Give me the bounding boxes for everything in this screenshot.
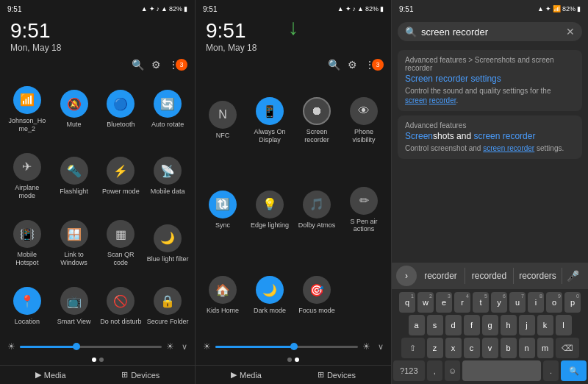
expand-icon-mid[interactable]: ∨: [378, 342, 384, 352]
tile-phonevis[interactable]: 👁 Phone visibility: [341, 77, 387, 165]
tile-mobiledata[interactable]: 📡 Mobile data: [145, 143, 190, 209]
key-c[interactable]: c: [464, 338, 480, 358]
tile-smartview[interactable]: 📺 Smart View: [51, 278, 97, 335]
keyboard-row-3: ⇧ z x c v b n m ⌫: [393, 338, 587, 358]
tile-location[interactable]: 📍 Location: [4, 278, 50, 335]
tile-windows[interactable]: 🪟 Link to Windows: [51, 210, 97, 276]
tile-nfc[interactable]: N NFC: [200, 77, 245, 165]
key-w[interactable]: w2: [417, 292, 434, 313]
media-button-left[interactable]: ▶ Media: [35, 370, 66, 380]
tile-airplane[interactable]: ✈ Airplane mode: [4, 143, 50, 209]
settings-icon-mid[interactable]: ⚙: [348, 59, 357, 71]
tile-kids[interactable]: 🏠 Kids Home: [200, 255, 245, 335]
key-q[interactable]: q1: [399, 292, 415, 313]
key-symbols[interactable]: ?123: [393, 360, 425, 381]
tile-dnd[interactable]: 🚫 Do not disturb: [98, 278, 144, 335]
search-bar[interactable]: 🔍 ✕: [398, 22, 582, 41]
key-m[interactable]: m: [537, 338, 553, 358]
key-h[interactable]: h: [501, 315, 517, 335]
suggestion-1[interactable]: recorder: [417, 268, 465, 284]
bottom-bar-mid: ▶ Media ⊞ Devices: [196, 365, 391, 384]
tile-icon-spen: ✏: [350, 187, 378, 215]
tile-icon-dolby: 🎵: [303, 191, 331, 218]
search-result-2[interactable]: Advanced features Screenshots and screen…: [398, 115, 582, 159]
tile-focus[interactable]: 🎯 Focus mode: [294, 255, 340, 335]
brightness-slider-mid[interactable]: [215, 346, 358, 348]
key-z[interactable]: z: [427, 338, 443, 358]
microphone-icon[interactable]: 🎤: [562, 270, 584, 282]
search-icon[interactable]: 🔍: [132, 59, 144, 71]
key-backspace[interactable]: ⌫: [556, 338, 579, 358]
tile-icon-nfc: N: [209, 101, 237, 129]
tile-icon-qr: ▦: [107, 220, 135, 248]
key-f[interactable]: f: [464, 315, 480, 335]
clear-search-button[interactable]: ✕: [566, 26, 575, 38]
key-o[interactable]: o9: [546, 292, 562, 313]
key-v[interactable]: v: [482, 338, 498, 358]
key-j[interactable]: j: [519, 315, 535, 335]
key-e[interactable]: e3: [436, 292, 452, 313]
key-r[interactable]: r4: [454, 292, 470, 313]
tile-label-flashlight: Flashlight: [60, 188, 88, 196]
key-space[interactable]: [462, 360, 541, 381]
tile-icon-mobiledata: 📡: [154, 157, 182, 185]
tile-mute[interactable]: 🔕 Mute: [51, 77, 97, 142]
key-t[interactable]: t5: [473, 292, 489, 313]
key-search[interactable]: 🔍: [561, 360, 587, 381]
expand-icon[interactable]: ∨: [182, 342, 187, 352]
key-a[interactable]: a: [409, 315, 425, 335]
devices-button-left[interactable]: ⊞ Devices: [121, 370, 159, 380]
media-button-mid[interactable]: ▶ Media: [231, 370, 262, 380]
tile-wifi[interactable]: 📶 Johnson_Home_2: [4, 77, 50, 142]
tile-securefolder[interactable]: 🔒 Secure Folder: [145, 278, 190, 335]
devices-icon-left: ⊞: [121, 370, 128, 380]
tile-spen[interactable]: ✏ S Pen air actions: [341, 166, 387, 255]
tile-autorotate[interactable]: 🔄 Auto rotate: [145, 77, 190, 142]
tile-dolby[interactable]: 🎵 Dolby Atmos: [294, 166, 340, 255]
tile-bluelight[interactable]: 🌙 Blue light filter: [145, 210, 190, 276]
tile-aod[interactable]: 📱 Always On Display: [247, 77, 293, 165]
key-k[interactable]: k: [537, 315, 553, 335]
key-emoji[interactable]: ☺: [445, 360, 460, 381]
key-y[interactable]: y6: [491, 292, 507, 313]
tile-label-aod: Always On Display: [248, 128, 291, 144]
tile-bluetooth[interactable]: 🔵 Bluetooth: [98, 77, 144, 142]
key-d[interactable]: d: [445, 315, 462, 335]
key-shift[interactable]: ⇧: [401, 338, 425, 358]
tile-label-airplane: Airplane mode: [6, 184, 49, 200]
search-input[interactable]: [421, 26, 562, 38]
search-icon-mid[interactable]: 🔍: [328, 59, 340, 71]
suggestion-arrow[interactable]: ›: [396, 266, 417, 286]
key-u[interactable]: u7: [509, 292, 526, 313]
search-result-1[interactable]: Advanced features > Screenshots and scre…: [398, 50, 582, 111]
tile-flashlight[interactable]: 🔦 Flashlight: [51, 143, 97, 209]
status-time-right: 9:51: [399, 5, 413, 13]
key-s[interactable]: s: [427, 315, 443, 335]
key-p[interactable]: p0: [564, 292, 581, 313]
key-n[interactable]: n: [519, 338, 535, 358]
key-g[interactable]: g: [482, 315, 498, 335]
key-x[interactable]: x: [445, 338, 462, 358]
brightness-slider-left[interactable]: [20, 346, 162, 348]
key-i[interactable]: i8: [528, 292, 544, 313]
tile-dark[interactable]: 🌙 Dark mode: [247, 255, 293, 335]
status-icons-left: ▲ ✦ ♪ ▲ 82% ▮: [141, 5, 187, 13]
devices-button-mid[interactable]: ⊞ Devices: [318, 370, 356, 380]
key-l[interactable]: l: [556, 315, 572, 335]
tile-hotspot[interactable]: 📳 Mobile Hotspot: [4, 210, 50, 276]
suggestion-3[interactable]: recorders: [514, 268, 562, 284]
key-period[interactable]: .: [543, 360, 559, 381]
tile-screenrec[interactable]: ⏺ Screen recorder: [294, 77, 340, 165]
tile-sync[interactable]: 🔃 Sync: [200, 166, 245, 255]
suggestion-2[interactable]: recorded: [465, 268, 514, 284]
tile-qr[interactable]: ▦ Scan QR code: [98, 210, 144, 276]
result-title-2: Screenshots and screen recorder: [405, 131, 575, 141]
key-b[interactable]: b: [501, 338, 517, 358]
tile-edge[interactable]: 💡 Edge lighting: [247, 166, 293, 255]
tile-label-mute: Mute: [67, 121, 82, 129]
settings-icon[interactable]: ⚙: [151, 59, 161, 71]
key-comma[interactable]: ,: [427, 360, 442, 381]
tile-label-sync: Sync: [215, 221, 230, 230]
brightness-row-left: ☀ ☀ ∨: [0, 338, 195, 355]
tile-powermode[interactable]: ⚡ Power mode: [98, 143, 144, 209]
